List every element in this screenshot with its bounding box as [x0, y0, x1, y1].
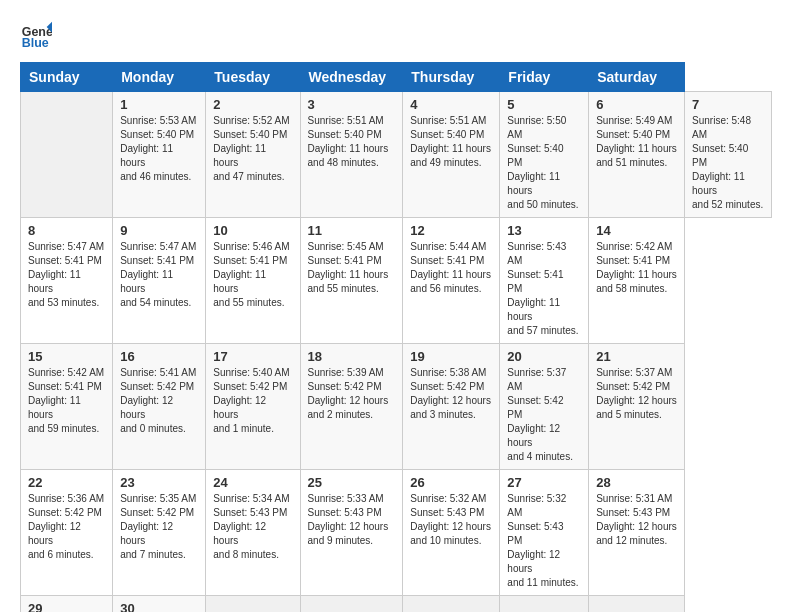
day-number: 21	[596, 349, 677, 364]
day-number: 22	[28, 475, 105, 490]
calendar-week-row: 22Sunrise: 5:36 AM Sunset: 5:42 PM Dayli…	[21, 470, 772, 596]
day-info: Sunrise: 5:47 AM Sunset: 5:41 PM Dayligh…	[120, 240, 198, 310]
calendar-day-cell: 22Sunrise: 5:36 AM Sunset: 5:42 PM Dayli…	[21, 470, 113, 596]
empty-cell	[206, 596, 300, 613]
calendar-day-cell: 6Sunrise: 5:49 AM Sunset: 5:40 PM Daylig…	[589, 92, 685, 218]
calendar-day-cell: 9Sunrise: 5:47 AM Sunset: 5:41 PM Daylig…	[113, 218, 206, 344]
day-info: Sunrise: 5:39 AM Sunset: 5:42 PM Dayligh…	[308, 366, 396, 422]
calendar-day-cell: 5Sunrise: 5:50 AM Sunset: 5:40 PM Daylig…	[500, 92, 589, 218]
day-info: Sunrise: 5:51 AM Sunset: 5:40 PM Dayligh…	[308, 114, 396, 170]
calendar-day-cell: 8Sunrise: 5:47 AM Sunset: 5:41 PM Daylig…	[21, 218, 113, 344]
day-info: Sunrise: 5:44 AM Sunset: 5:41 PM Dayligh…	[410, 240, 492, 296]
day-number: 29	[28, 601, 105, 612]
empty-cell	[300, 596, 403, 613]
page-header: General Blue	[20, 20, 772, 52]
calendar-day-cell: 27Sunrise: 5:32 AM Sunset: 5:43 PM Dayli…	[500, 470, 589, 596]
day-number: 7	[692, 97, 764, 112]
calendar-week-row: 1Sunrise: 5:53 AM Sunset: 5:40 PM Daylig…	[21, 92, 772, 218]
day-info: Sunrise: 5:33 AM Sunset: 5:43 PM Dayligh…	[308, 492, 396, 548]
day-info: Sunrise: 5:40 AM Sunset: 5:42 PM Dayligh…	[213, 366, 292, 436]
calendar-day-cell: 30Sunrise: 5:29 AM Sunset: 5:43 PM Dayli…	[113, 596, 206, 613]
day-info: Sunrise: 5:36 AM Sunset: 5:42 PM Dayligh…	[28, 492, 105, 562]
calendar-day-cell: 25Sunrise: 5:33 AM Sunset: 5:43 PM Dayli…	[300, 470, 403, 596]
day-number: 24	[213, 475, 292, 490]
calendar-day-cell: 14Sunrise: 5:42 AM Sunset: 5:41 PM Dayli…	[589, 218, 685, 344]
calendar-day-cell: 21Sunrise: 5:37 AM Sunset: 5:42 PM Dayli…	[589, 344, 685, 470]
weekday-header-friday: Friday	[500, 63, 589, 92]
calendar-day-cell: 4Sunrise: 5:51 AM Sunset: 5:40 PM Daylig…	[403, 92, 500, 218]
weekday-header-saturday: Saturday	[589, 63, 685, 92]
weekday-header-sunday: Sunday	[21, 63, 113, 92]
day-number: 10	[213, 223, 292, 238]
calendar-day-cell: 17Sunrise: 5:40 AM Sunset: 5:42 PM Dayli…	[206, 344, 300, 470]
svg-text:Blue: Blue	[22, 36, 49, 50]
day-number: 12	[410, 223, 492, 238]
calendar-day-cell: 11Sunrise: 5:45 AM Sunset: 5:41 PM Dayli…	[300, 218, 403, 344]
calendar-day-cell: 26Sunrise: 5:32 AM Sunset: 5:43 PM Dayli…	[403, 470, 500, 596]
calendar-day-cell: 29Sunrise: 5:30 AM Sunset: 5:43 PM Dayli…	[21, 596, 113, 613]
day-info: Sunrise: 5:52 AM Sunset: 5:40 PM Dayligh…	[213, 114, 292, 184]
day-number: 19	[410, 349, 492, 364]
calendar-day-cell: 15Sunrise: 5:42 AM Sunset: 5:41 PM Dayli…	[21, 344, 113, 470]
calendar-day-cell: 20Sunrise: 5:37 AM Sunset: 5:42 PM Dayli…	[500, 344, 589, 470]
day-info: Sunrise: 5:32 AM Sunset: 5:43 PM Dayligh…	[507, 492, 581, 590]
day-info: Sunrise: 5:35 AM Sunset: 5:42 PM Dayligh…	[120, 492, 198, 562]
logo: General Blue	[20, 20, 52, 52]
weekday-header-thursday: Thursday	[403, 63, 500, 92]
weekday-header-tuesday: Tuesday	[206, 63, 300, 92]
calendar-day-cell: 28Sunrise: 5:31 AM Sunset: 5:43 PM Dayli…	[589, 470, 685, 596]
weekday-header-monday: Monday	[113, 63, 206, 92]
day-number: 26	[410, 475, 492, 490]
day-info: Sunrise: 5:42 AM Sunset: 5:41 PM Dayligh…	[28, 366, 105, 436]
calendar-header-row: SundayMondayTuesdayWednesdayThursdayFrid…	[21, 63, 772, 92]
empty-cell	[21, 92, 113, 218]
calendar-day-cell: 16Sunrise: 5:41 AM Sunset: 5:42 PM Dayli…	[113, 344, 206, 470]
day-info: Sunrise: 5:53 AM Sunset: 5:40 PM Dayligh…	[120, 114, 198, 184]
calendar-week-row: 29Sunrise: 5:30 AM Sunset: 5:43 PM Dayli…	[21, 596, 772, 613]
calendar-day-cell: 12Sunrise: 5:44 AM Sunset: 5:41 PM Dayli…	[403, 218, 500, 344]
day-number: 20	[507, 349, 581, 364]
empty-cell	[589, 596, 685, 613]
day-number: 28	[596, 475, 677, 490]
calendar-day-cell: 19Sunrise: 5:38 AM Sunset: 5:42 PM Dayli…	[403, 344, 500, 470]
day-info: Sunrise: 5:47 AM Sunset: 5:41 PM Dayligh…	[28, 240, 105, 310]
day-info: Sunrise: 5:34 AM Sunset: 5:43 PM Dayligh…	[213, 492, 292, 562]
calendar-day-cell: 18Sunrise: 5:39 AM Sunset: 5:42 PM Dayli…	[300, 344, 403, 470]
empty-cell	[500, 596, 589, 613]
day-number: 14	[596, 223, 677, 238]
day-info: Sunrise: 5:50 AM Sunset: 5:40 PM Dayligh…	[507, 114, 581, 212]
day-number: 6	[596, 97, 677, 112]
day-info: Sunrise: 5:48 AM Sunset: 5:40 PM Dayligh…	[692, 114, 764, 212]
day-number: 4	[410, 97, 492, 112]
day-number: 8	[28, 223, 105, 238]
day-info: Sunrise: 5:42 AM Sunset: 5:41 PM Dayligh…	[596, 240, 677, 296]
day-info: Sunrise: 5:32 AM Sunset: 5:43 PM Dayligh…	[410, 492, 492, 548]
calendar-day-cell: 3Sunrise: 5:51 AM Sunset: 5:40 PM Daylig…	[300, 92, 403, 218]
day-number: 23	[120, 475, 198, 490]
day-number: 16	[120, 349, 198, 364]
day-number: 5	[507, 97, 581, 112]
day-info: Sunrise: 5:37 AM Sunset: 5:42 PM Dayligh…	[596, 366, 677, 422]
day-info: Sunrise: 5:51 AM Sunset: 5:40 PM Dayligh…	[410, 114, 492, 170]
calendar-day-cell: 2Sunrise: 5:52 AM Sunset: 5:40 PM Daylig…	[206, 92, 300, 218]
calendar-day-cell: 1Sunrise: 5:53 AM Sunset: 5:40 PM Daylig…	[113, 92, 206, 218]
day-number: 15	[28, 349, 105, 364]
day-info: Sunrise: 5:43 AM Sunset: 5:41 PM Dayligh…	[507, 240, 581, 338]
day-number: 25	[308, 475, 396, 490]
day-info: Sunrise: 5:45 AM Sunset: 5:41 PM Dayligh…	[308, 240, 396, 296]
day-info: Sunrise: 5:31 AM Sunset: 5:43 PM Dayligh…	[596, 492, 677, 548]
day-info: Sunrise: 5:37 AM Sunset: 5:42 PM Dayligh…	[507, 366, 581, 464]
day-info: Sunrise: 5:41 AM Sunset: 5:42 PM Dayligh…	[120, 366, 198, 436]
day-number: 1	[120, 97, 198, 112]
day-info: Sunrise: 5:46 AM Sunset: 5:41 PM Dayligh…	[213, 240, 292, 310]
day-number: 2	[213, 97, 292, 112]
day-number: 3	[308, 97, 396, 112]
empty-cell	[403, 596, 500, 613]
calendar-table: SundayMondayTuesdayWednesdayThursdayFrid…	[20, 62, 772, 612]
calendar-day-cell: 10Sunrise: 5:46 AM Sunset: 5:41 PM Dayli…	[206, 218, 300, 344]
day-number: 17	[213, 349, 292, 364]
day-number: 27	[507, 475, 581, 490]
calendar-day-cell: 7Sunrise: 5:48 AM Sunset: 5:40 PM Daylig…	[685, 92, 772, 218]
day-info: Sunrise: 5:49 AM Sunset: 5:40 PM Dayligh…	[596, 114, 677, 170]
day-number: 18	[308, 349, 396, 364]
